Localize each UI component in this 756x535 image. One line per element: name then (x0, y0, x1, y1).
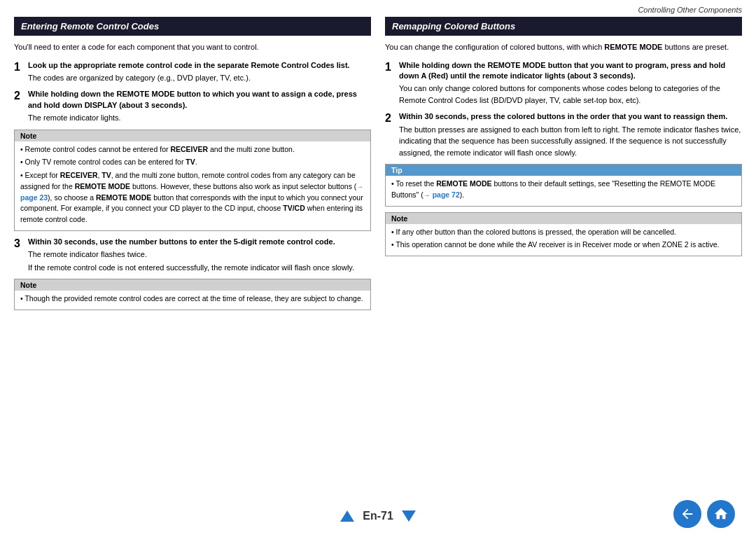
step-3-desc2: If the remote control code is not entere… (28, 262, 371, 274)
step-3-title: Within 30 seconds, use the number button… (28, 237, 371, 247)
note-label-right: Note (386, 213, 741, 224)
page-footer: En-71 (0, 510, 756, 522)
home-button[interactable] (707, 500, 735, 528)
right-step-1-content: While holding down the REMOTE MODE butto… (399, 60, 742, 106)
note-box-right: Note If any other button than the colore… (385, 212, 742, 257)
step-1-title: Look up the appropriate remote control c… (28, 60, 371, 71)
step-1: 1 Look up the appropriate remote control… (14, 60, 371, 84)
note-label-1: Note (15, 130, 370, 141)
step-3-desc1: The remote indicator flashes twice. (28, 249, 371, 260)
right-step-1: 1 While holding down the REMOTE MODE but… (385, 60, 742, 106)
tip-label: Tip (386, 165, 741, 176)
step-2-title: While holding down the REMOTE MODE butto… (28, 89, 371, 111)
step-3: 3 Within 30 seconds, use the number butt… (14, 237, 371, 273)
home-icon (713, 506, 729, 522)
step-2-number: 2 (14, 89, 24, 123)
note-content-1: Remote control codes cannot be entered f… (15, 141, 370, 230)
step-1-content: Look up the appropriate remote control c… (28, 60, 371, 84)
tip-content: To reset the REMOTE MODE buttons to thei… (386, 176, 741, 206)
note-box-2: Note Though the provided remote control … (14, 279, 371, 310)
step-1-desc: The codes are organized by category (e.g… (28, 72, 371, 84)
main-content: Entering Remote Control Codes You'll nee… (0, 17, 756, 316)
page-down-arrow[interactable] (402, 510, 416, 522)
step-3-number: 3 (14, 237, 24, 273)
right-step-2: 2 Within 30 seconds, press the colored b… (385, 111, 742, 158)
note-label-2: Note (15, 279, 370, 291)
right-step-2-content: Within 30 seconds, press the colored but… (399, 111, 742, 158)
right-step-1-desc: You can only change colored buttons for … (399, 83, 742, 106)
remapping-intro: You can change the configuration of colo… (385, 41, 742, 53)
section-breadcrumb: Controlling Other Components (638, 6, 742, 14)
step-2: 2 While holding down the REMOTE MODE but… (14, 89, 371, 123)
right-step-2-desc: The button presses are assigned to each … (399, 124, 742, 159)
page-number: En-71 (363, 510, 393, 522)
tip-box: Tip To reset the REMOTE MODE buttons to … (385, 164, 742, 207)
right-step-1-number: 1 (385, 60, 395, 106)
back-icon (680, 506, 695, 522)
step-2-desc: The remote indicator lights. (28, 112, 371, 124)
right-step-1-title: While holding down the REMOTE MODE butto… (399, 60, 742, 82)
entering-codes-intro: You'll need to enter a code for each com… (14, 41, 371, 53)
step-3-content: Within 30 seconds, use the number button… (28, 237, 371, 273)
right-step-2-title: Within 30 seconds, press the colored but… (399, 111, 742, 122)
step-1-number: 1 (14, 60, 24, 84)
note-box-1: Note Remote control codes cannot be ente… (14, 130, 371, 231)
page-number-area: En-71 (340, 510, 416, 522)
right-column: Remapping Colored Buttons You can change… (385, 17, 742, 316)
step-2-content: While holding down the REMOTE MODE butto… (28, 89, 371, 123)
footer-buttons (673, 500, 735, 528)
remapping-header: Remapping Colored Buttons (385, 17, 742, 36)
note-content-2: Though the provided remote control codes… (15, 291, 370, 310)
page-header-section: Controlling Other Components (0, 0, 756, 17)
entering-codes-header: Entering Remote Control Codes (14, 17, 371, 36)
back-button[interactable] (673, 500, 701, 528)
left-column: Entering Remote Control Codes You'll nee… (14, 17, 371, 316)
page-up-arrow[interactable] (340, 510, 354, 522)
note-content-right: If any other button than the colored but… (386, 224, 741, 256)
right-step-2-number: 2 (385, 111, 395, 158)
